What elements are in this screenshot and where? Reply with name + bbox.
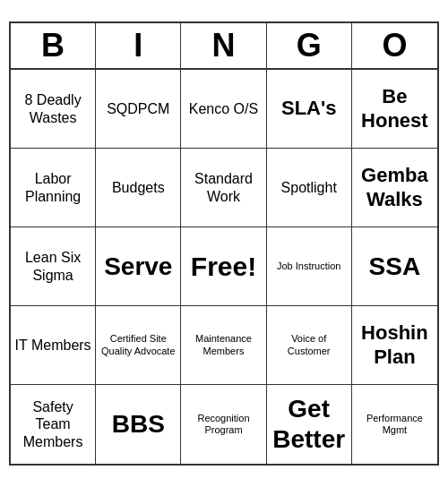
cell-text-11: Serve (104, 252, 172, 282)
bingo-cell-19: Hoshin Plan (352, 306, 437, 385)
bingo-cell-7: Standard Work (181, 149, 266, 227)
bingo-cell-1: SQDPCM (96, 70, 181, 149)
bingo-cell-8: Spotlight (267, 149, 352, 227)
bingo-cell-21: BBS (96, 385, 181, 464)
cell-text-16: Certified Site Quality Advocate (99, 333, 177, 356)
bingo-cell-16: Certified Site Quality Advocate (96, 306, 181, 385)
header-letter-g: G (267, 23, 352, 68)
bingo-cell-14: SSA (352, 227, 437, 306)
header-letter-i: I (96, 23, 181, 68)
cell-text-8: Spotlight (281, 179, 337, 196)
bingo-cell-5: Labor Planning (11, 149, 96, 227)
cell-text-1: SQDPCM (107, 100, 169, 117)
bingo-card: BINGO 8 Deadly WastesSQDPCMKenco O/SSLA'… (9, 21, 439, 466)
bingo-cell-13: Job Instruction (267, 227, 352, 306)
bingo-cell-20: Safety Team Members (11, 385, 96, 464)
cell-text-22: Recognition Program (185, 413, 262, 436)
bingo-header: BINGO (11, 23, 437, 70)
cell-text-9: Gemba Walks (356, 164, 434, 211)
bingo-cell-0: 8 Deadly Wastes (11, 70, 96, 149)
cell-text-14: SSA (369, 252, 421, 282)
cell-text-4: Be Honest (356, 85, 434, 132)
header-letter-n: N (181, 23, 266, 68)
bingo-cell-4: Be Honest (352, 70, 437, 149)
header-letter-b: B (11, 23, 96, 68)
bingo-cell-22: Recognition Program (181, 385, 266, 464)
cell-text-18: Voice of Customer (271, 333, 348, 356)
cell-text-6: Budgets (112, 179, 165, 196)
cell-text-12: Free! (191, 251, 256, 283)
bingo-cell-3: SLA's (267, 70, 352, 149)
bingo-cell-2: Kenco O/S (181, 70, 266, 149)
bingo-cell-18: Voice of Customer (267, 306, 352, 385)
bingo-cell-11: Serve (96, 227, 181, 306)
cell-text-24: Performance Mgmt (356, 413, 434, 436)
cell-text-23: Get Better (271, 394, 348, 454)
bingo-cell-6: Budgets (96, 149, 181, 227)
cell-text-13: Job Instruction (277, 261, 341, 272)
bingo-cell-10: Lean Six Sigma (11, 227, 96, 306)
cell-text-20: Safety Team Members (14, 398, 91, 450)
cell-text-7: Standard Work (185, 170, 262, 204)
cell-text-21: BBS (112, 409, 165, 440)
bingo-grid: 8 Deadly WastesSQDPCMKenco O/SSLA'sBe Ho… (11, 70, 437, 464)
cell-text-2: Kenco O/S (189, 100, 258, 117)
cell-text-10: Lean Six Sigma (14, 249, 91, 283)
bingo-cell-15: IT Members (11, 306, 96, 385)
cell-text-17: Maintenance Members (185, 333, 262, 356)
cell-text-0: 8 Deadly Wastes (14, 91, 91, 125)
cell-text-5: Labor Planning (14, 170, 91, 204)
cell-text-3: SLA's (281, 97, 336, 120)
bingo-cell-17: Maintenance Members (181, 306, 266, 385)
header-letter-o: O (352, 23, 437, 68)
bingo-cell-9: Gemba Walks (352, 149, 437, 227)
bingo-cell-12: Free! (181, 227, 266, 306)
bingo-cell-23: Get Better (267, 385, 352, 464)
cell-text-19: Hoshin Plan (356, 321, 434, 369)
bingo-cell-24: Performance Mgmt (352, 385, 437, 464)
cell-text-15: IT Members (15, 337, 91, 354)
